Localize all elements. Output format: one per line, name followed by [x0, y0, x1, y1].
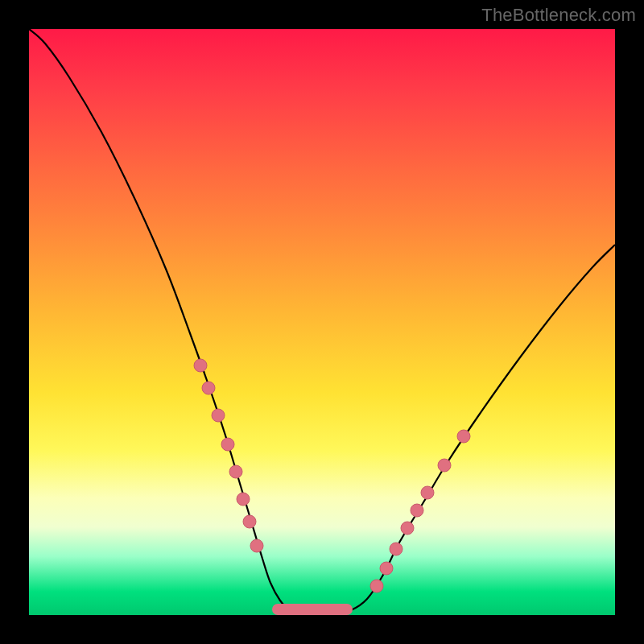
data-point — [390, 543, 402, 555]
data-point — [401, 522, 414, 535]
plateau-group — [272, 604, 353, 615]
bottleneck-curve — [29, 29, 615, 613]
plot-area — [29, 29, 615, 615]
data-point — [457, 430, 470, 443]
curve-group — [29, 29, 615, 613]
data-point — [243, 515, 256, 528]
data-point — [411, 504, 423, 517]
data-point — [250, 539, 263, 552]
plateau-marker — [272, 604, 353, 615]
data-point — [421, 486, 434, 499]
data-point — [370, 580, 383, 592]
bottleneck-curve-svg — [29, 29, 615, 615]
data-point — [221, 438, 234, 451]
data-point — [438, 459, 451, 472]
data-point — [380, 562, 393, 575]
data-point — [194, 359, 207, 372]
markers-right-group — [370, 430, 470, 592]
data-point — [202, 382, 215, 394]
data-point — [212, 409, 225, 422]
data-point — [229, 465, 242, 478]
markers-left-group — [194, 359, 263, 552]
watermark-text: TheBottleneck.com — [481, 5, 636, 26]
data-point — [237, 493, 250, 506]
chart-frame: TheBottleneck.com — [0, 0, 644, 644]
